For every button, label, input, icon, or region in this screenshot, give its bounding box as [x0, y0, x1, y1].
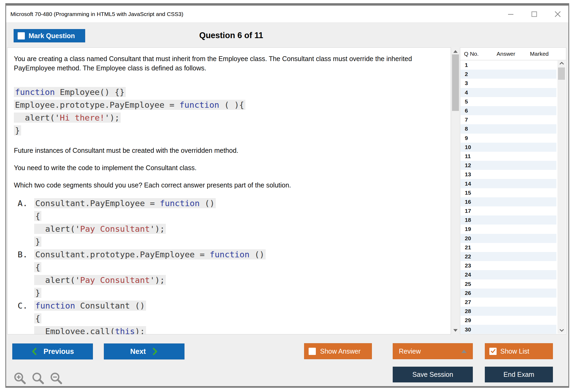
- content-scrollbar[interactable]: [451, 47, 459, 334]
- next-button[interactable]: Next: [104, 343, 184, 359]
- show-answer-button[interactable]: Show Answer: [304, 343, 372, 359]
- previous-label: Previous: [44, 347, 74, 356]
- end-exam-button[interactable]: End Exam: [485, 367, 553, 382]
- row-question-number: 4: [461, 89, 487, 96]
- column-header-qno: Q No.: [460, 51, 490, 57]
- title-bar: Microsoft 70-480 (Programming in HTML5 w…: [6, 6, 568, 23]
- row-question-number: 26: [461, 290, 487, 296]
- previous-button[interactable]: Previous: [12, 343, 93, 359]
- question-list-header: Q No. Answer Marked: [460, 48, 566, 60]
- code-line: alert('Hi there!');: [14, 111, 445, 124]
- row-question-number: 23: [461, 262, 487, 269]
- show-answer-checkbox[interactable]: [309, 348, 316, 355]
- code-line: {: [34, 312, 146, 325]
- question-list-row[interactable]: 3: [461, 79, 556, 88]
- row-question-number: 25: [461, 281, 487, 287]
- question-list-row[interactable]: 25: [461, 279, 556, 289]
- review-button[interactable]: Review: [393, 343, 473, 359]
- code-line: alert('Pay Consultant');: [34, 274, 266, 286]
- question-list-row[interactable]: 5: [461, 97, 556, 106]
- question-list-panel: Q No. Answer Marked 12345678910111213141…: [460, 47, 566, 334]
- zoom-in-icon[interactable]: [13, 371, 27, 385]
- answer-option[interactable]: C.function Consultant (){ Employee.call(…: [18, 299, 445, 334]
- scroll-up-arrow-icon[interactable]: [453, 50, 458, 53]
- row-question-number: 15: [461, 190, 487, 196]
- column-header-marked: Marked: [522, 51, 556, 57]
- question-list-row[interactable]: 28: [461, 307, 556, 316]
- question-list-row[interactable]: 15: [461, 188, 556, 197]
- show-list-button[interactable]: Show List: [485, 343, 553, 359]
- question-list-row[interactable]: 13: [461, 170, 556, 179]
- option-label: A.: [18, 197, 34, 210]
- minimize-button[interactable]: [506, 10, 515, 18]
- question-list-row[interactable]: 22: [461, 252, 556, 261]
- zoom-out-icon[interactable]: [49, 371, 63, 385]
- screenshot-stage: Microsoft 70-480 (Programming in HTML5 w…: [0, 0, 574, 392]
- question-list-scrollbar[interactable]: [557, 61, 565, 334]
- question-list-row[interactable]: 4: [461, 88, 556, 97]
- question-list-row[interactable]: 19: [461, 225, 556, 234]
- row-question-number: 16: [461, 199, 487, 205]
- end-exam-label: End Exam: [504, 371, 534, 378]
- question-list-row[interactable]: 2: [461, 70, 556, 79]
- answer-options-list: A.Consultant.PayEmployee = function (){ …: [14, 197, 445, 334]
- question-list-row[interactable]: 14: [461, 179, 556, 188]
- question-list-row[interactable]: 10: [461, 143, 556, 152]
- question-list-rows: 1234567891011121314151617181920212223242…: [461, 61, 556, 334]
- code-line: }: [34, 286, 266, 299]
- question-list-row[interactable]: 27: [461, 298, 556, 307]
- row-question-number: 30: [461, 326, 487, 333]
- row-question-number: 20: [461, 235, 487, 242]
- question-list-row[interactable]: 26: [461, 289, 556, 298]
- checkmark-icon: [490, 349, 496, 354]
- question-list-row[interactable]: 7: [461, 115, 556, 124]
- row-question-number: 29: [461, 317, 487, 323]
- content-scrollbar-thumb[interactable]: [452, 54, 459, 111]
- answer-option[interactable]: B.Consultant.prototype.PayEmployee = fun…: [18, 248, 445, 299]
- question-list-row[interactable]: 30: [461, 325, 556, 334]
- question-list-row[interactable]: 29: [461, 316, 556, 325]
- save-session-button[interactable]: Save Session: [393, 367, 473, 382]
- row-question-number: 24: [461, 271, 487, 278]
- chevron-left-icon: [31, 347, 37, 355]
- save-session-label: Save Session: [412, 371, 453, 378]
- minimize-icon: [507, 11, 514, 18]
- question-list-row[interactable]: 11: [461, 152, 556, 161]
- question-list-row[interactable]: 24: [461, 270, 556, 279]
- question-list-row[interactable]: 17: [461, 206, 556, 215]
- app-window: Microsoft 70-480 (Programming in HTML5 w…: [5, 3, 569, 388]
- show-list-checkbox[interactable]: [489, 348, 497, 355]
- row-question-number: 12: [461, 162, 487, 169]
- question-list-row[interactable]: 16: [461, 197, 556, 206]
- maximize-button[interactable]: [530, 10, 538, 18]
- question-counter: Question 6 of 11: [6, 31, 456, 40]
- row-question-number: 22: [461, 253, 487, 260]
- question-list-row[interactable]: 23: [461, 261, 556, 270]
- row-question-number: 11: [461, 153, 487, 159]
- question-list-row[interactable]: 12: [461, 161, 556, 170]
- list-scroll-up-icon[interactable]: [559, 62, 564, 66]
- question-list-row[interactable]: 9: [461, 134, 556, 143]
- question-list-row[interactable]: 8: [461, 124, 556, 133]
- maximize-icon: [531, 11, 538, 18]
- question-list-row[interactable]: 21: [461, 243, 556, 252]
- code-line: Employee.call(this);: [34, 325, 146, 334]
- chevron-right-icon: [152, 347, 158, 355]
- question-list-row[interactable]: 18: [461, 215, 556, 225]
- question-paragraph-need: You need to write the code to implement …: [14, 163, 445, 173]
- row-question-number: 5: [461, 98, 487, 105]
- close-button[interactable]: [553, 10, 562, 18]
- option-code: function Consultant (){ Employee.call(th…: [34, 299, 146, 334]
- question-list-row[interactable]: 6: [461, 106, 556, 115]
- list-scroll-down-icon[interactable]: [559, 328, 564, 333]
- scroll-down-arrow-icon[interactable]: [453, 329, 458, 332]
- row-question-number: 18: [461, 217, 487, 223]
- answer-option[interactable]: A.Consultant.PayEmployee = function (){ …: [18, 197, 445, 248]
- row-question-number: 6: [461, 107, 487, 114]
- question-list-row[interactable]: 20: [461, 234, 556, 243]
- magnifier-icon[interactable]: [31, 371, 45, 385]
- question-list-row[interactable]: 1: [461, 61, 556, 70]
- question-paragraph-which: Which two code segments should you use? …: [14, 181, 445, 190]
- row-question-number: 13: [461, 171, 487, 178]
- question-list-scrollbar-thumb[interactable]: [558, 67, 565, 80]
